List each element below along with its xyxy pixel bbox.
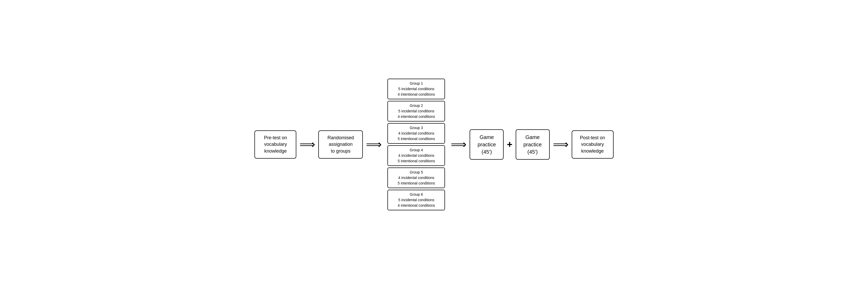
posttest-line3: knowledge [581, 148, 603, 154]
group-6-condition2: 4 intentional conditions [398, 203, 435, 208]
group-box-4: Group 44 incidental conditions5 intentio… [388, 145, 445, 166]
randomised-box: Randomised assignation to groups [318, 131, 363, 158]
group-2-title: Group 2 [410, 104, 423, 108]
group-1-title: Group 1 [410, 81, 423, 85]
group-6-title: Group 6 [410, 192, 423, 196]
group-2-condition1: 5 incidental conditions [398, 109, 435, 113]
group-4-condition2: 5 intentional conditions [398, 159, 435, 163]
group-5-title: Group 5 [410, 170, 423, 174]
posttest-line1: Post-test on [580, 135, 605, 140]
posttest-box: Post-test on vocabulary knowledge [572, 131, 614, 158]
plus-symbol: + [507, 139, 512, 150]
game1-line2: practice [477, 142, 496, 147]
randomised-line1: Randomised [328, 135, 354, 140]
group-2-condition2: 4 intentional conditions [398, 114, 435, 119]
group-1-condition2: 4 intentional conditions [398, 92, 435, 97]
pretest-box: Pre-test on vocabulary knowledge [254, 131, 296, 158]
pretest-line1: Pre-test on [264, 135, 287, 140]
arrow-2: ⟹ [366, 139, 382, 150]
randomised-line3: to groups [331, 148, 350, 154]
arrow-3: ⟹ [451, 139, 466, 150]
posttest-line2: vocabulary [581, 142, 604, 147]
group-box-1: Group 15 incidental conditions4 intentio… [388, 79, 445, 99]
group-box-3: Group 34 incidental conditions5 intentio… [388, 123, 445, 144]
game2-box: Game practice (45') [516, 129, 550, 160]
group-box-5: Group 54 incidental conditions5 intentio… [388, 168, 445, 188]
group-6-condition1: 5 incidental conditions [398, 198, 435, 202]
arrow-1: ⟹ [300, 139, 315, 150]
group-4-condition1: 4 incidental conditions [398, 153, 435, 157]
group-3-condition1: 4 incidental conditions [398, 131, 435, 135]
group-3-title: Group 3 [410, 126, 423, 130]
game1-line1: Game [479, 134, 494, 140]
diagram: Pre-test on vocabulary knowledge ⟹ Rando… [254, 79, 613, 210]
group-3-condition2: 5 intentional conditions [398, 137, 435, 141]
group-1-condition1: 5 incidental conditions [398, 87, 435, 91]
group-box-2: Group 25 incidental conditions4 intentio… [388, 101, 445, 121]
game1-line3: (45') [482, 149, 492, 155]
group-4-title: Group 4 [410, 148, 423, 152]
group-5-condition2: 5 intentional conditions [398, 181, 435, 185]
groups-column: Group 15 incidental conditions4 intentio… [388, 79, 445, 210]
group-5-condition1: 4 incidental conditions [398, 176, 435, 180]
game2-line1: Game [525, 134, 539, 140]
group-box-6: Group 65 incidental conditions4 intentio… [388, 190, 445, 210]
pretest-line3: knowledge [264, 148, 287, 154]
game1-box: Game practice (45') [470, 129, 504, 160]
arrow-4: ⟹ [553, 139, 568, 150]
randomised-line2: assignation [329, 142, 352, 147]
game2-line3: (45') [527, 149, 538, 155]
game2-line2: practice [524, 142, 542, 147]
pretest-line2: vocabulary [264, 142, 287, 147]
